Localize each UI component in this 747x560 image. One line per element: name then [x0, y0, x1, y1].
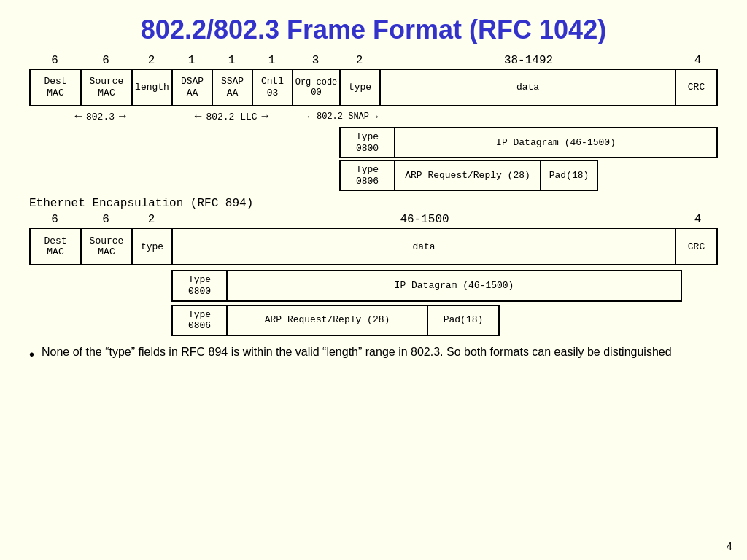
- eth-num-src: 6: [80, 213, 131, 226]
- cell-cntl: Cntl03: [253, 70, 293, 105]
- arrow-snap-label: 802.2 SNAP: [317, 112, 369, 122]
- num-type: 2: [339, 54, 379, 67]
- num-len: 2: [131, 54, 171, 67]
- num-src: 6: [80, 54, 131, 67]
- eth-type-0806-box: Type0806: [171, 305, 226, 336]
- cell-org: Org code00: [293, 70, 341, 105]
- cell-dest-mac: DestMAC: [31, 70, 82, 105]
- cell-length: length: [133, 70, 173, 105]
- bullet-text: None of the “type” fields in RFC 894 is …: [42, 343, 672, 361]
- type-0806-box: Type0806: [339, 160, 394, 191]
- type-0800-box: Type0800: [339, 127, 394, 158]
- eth-cell-crc: CRC: [676, 229, 716, 264]
- bullet-section: • None of the “type” fields in RFC 894 i…: [29, 343, 718, 365]
- eth-num-type: 2: [131, 213, 171, 226]
- cell-crc: CRC: [676, 70, 716, 105]
- bullet-item: • None of the “type” fields in RFC 894 i…: [29, 343, 718, 365]
- arrow-snap: ← 802.2 SNAP →: [292, 111, 394, 122]
- subtype-spacer-2: [29, 160, 339, 191]
- type-0806-pad: Pad(18): [540, 160, 598, 191]
- bullet-dot: •: [29, 343, 34, 365]
- eth-type-0806-pad: Pad(18): [427, 305, 500, 336]
- eth-num-dest: 6: [29, 213, 80, 226]
- num-org: 3: [292, 54, 339, 67]
- eth-subtype-0806-row: Type0806 ARP Request/Reply (28) Pad(18): [171, 305, 718, 336]
- eth-num-data: 46-1500: [171, 213, 678, 226]
- eth-cell-type: type: [133, 229, 173, 264]
- arrow-llc: ← 802.2 LLC →: [171, 110, 292, 123]
- slide: 802.2/802.3 Frame Format (RFC 1042) 6 6 …: [0, 0, 747, 560]
- frame-eth-row: DestMAC SourceMAC type data CRC: [29, 228, 718, 265]
- arrows-row: ← 802.3 → ← 802.2 LLC → ← 802.2 SNAP →: [29, 110, 718, 123]
- eth-type-0806-desc: ARP Request/Reply (28): [226, 305, 427, 336]
- eth-type-0800-desc: IP Datagram (46-1500): [226, 270, 682, 301]
- page-number: 4: [727, 541, 732, 553]
- type-0806-desc: ARP Request/Reply (28): [394, 160, 540, 191]
- slide-title: 802.2/802.3 Frame Format (RFC 1042): [29, 15, 718, 45]
- subtype-8023-0800-row: Type0800 IP Datagram (46-1500): [29, 127, 718, 158]
- eth-num-crc: 4: [678, 213, 718, 226]
- type-0800-desc: IP Datagram (46-1500): [394, 127, 718, 158]
- cell-source-mac: SourceMAC: [82, 70, 133, 105]
- eth-cell-source-mac: SourceMAC: [82, 229, 133, 264]
- frame-8023-row: DestMAC SourceMAC length DSAPAA SSAPAA C…: [29, 69, 718, 106]
- cell-data: data: [381, 70, 676, 105]
- num-dsap: 1: [171, 54, 212, 67]
- arrow-8023-label: 802.3: [86, 112, 115, 122]
- num-cntl: 1: [252, 54, 292, 67]
- eth-cell-dest-mac: DestMAC: [31, 229, 82, 264]
- subtype-spacer-1: [29, 127, 339, 158]
- cell-type: type: [341, 70, 381, 105]
- eth-numbers-row: 6 6 2 46-1500 4: [29, 213, 718, 226]
- num-ssap: 1: [212, 54, 252, 67]
- cell-ssap: SSAPAA: [213, 70, 253, 105]
- eth-subtype-0800-row: Type0800 IP Datagram (46-1500): [171, 270, 718, 301]
- subtype-8023-0806-row: Type0806 ARP Request/Reply (28) Pad(18): [29, 160, 718, 191]
- num-crc: 4: [678, 54, 718, 67]
- num-dest: 6: [29, 54, 80, 67]
- arrow-8023: ← 802.3 →: [29, 110, 171, 123]
- num-data: 38-1492: [379, 54, 678, 67]
- arrow-llc-label: 802.2 LLC: [206, 112, 257, 122]
- eth-cell-data: data: [173, 229, 676, 264]
- cell-dsap: DSAPAA: [173, 70, 213, 105]
- eth-type-0800-box: Type0800: [171, 270, 226, 301]
- ethernet-label: Ethernet Encapsulation (RFC 894): [29, 197, 718, 210]
